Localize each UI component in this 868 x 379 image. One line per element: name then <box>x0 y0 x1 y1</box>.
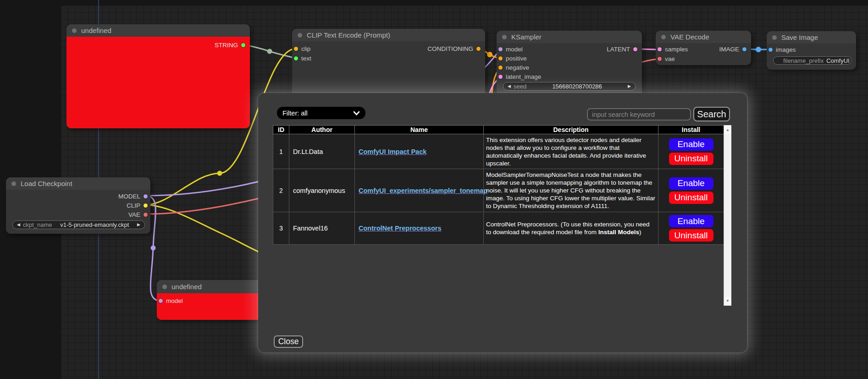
port-label: clip <box>301 45 310 52</box>
port-dot[interactable] <box>159 299 163 303</box>
port-label: LATENT <box>607 46 630 53</box>
extension-description: ModelSamplerTonemapNoiseTest a node that… <box>484 169 658 212</box>
collapse-dot-icon[interactable] <box>661 35 666 39</box>
node-clip-text-encode[interactable]: CLIP Text Encode (Prompt) clip text COND… <box>292 29 485 98</box>
output-port: CONDITIONING <box>426 44 482 54</box>
extension-id: 2 <box>273 169 289 212</box>
node-undefined-top[interactable]: undefined STRING <box>66 24 250 128</box>
node-body: clip text CONDITIONING <box>292 41 485 63</box>
node-title-bar[interactable]: VAE Decode <box>656 31 751 43</box>
collapse-dot-icon[interactable] <box>11 181 16 186</box>
extension-description: ControlNet Preprocessors. (To use this e… <box>484 212 658 245</box>
enable-button[interactable]: Enable <box>669 215 713 227</box>
node-title: KSampler <box>511 33 542 41</box>
port-label: CONDITIONING <box>427 45 473 52</box>
port-dot[interactable] <box>241 43 245 47</box>
node-body: STRING <box>66 37 250 128</box>
uninstall-button[interactable]: Uninstall <box>669 192 713 204</box>
chevron-down-icon <box>353 111 360 115</box>
node-title: undefined <box>81 27 111 34</box>
port-dot[interactable] <box>633 47 637 51</box>
extension-link[interactable]: ComfyUI Impact Pack <box>359 148 426 155</box>
port-dot[interactable] <box>658 47 662 51</box>
port-label: VAE <box>128 211 140 218</box>
node-title-bar[interactable]: undefined <box>66 24 250 37</box>
output-port: MODEL <box>6 192 150 201</box>
column-header-id: ID <box>273 126 289 134</box>
install-cell: Enable Uninstall <box>658 212 724 245</box>
description-bold-text: Install Models <box>598 229 639 236</box>
extension-author: comfyanonymous <box>289 169 355 212</box>
extension-author: Fannovel16 <box>289 212 355 245</box>
extensions-table-container[interactable]: ID Author Name Description Install 1 Dr.… <box>273 125 731 306</box>
input-port: images <box>767 45 856 55</box>
node-title-bar[interactable]: KSampler <box>497 31 642 43</box>
node-title-bar[interactable]: CLIP Text Encode (Prompt) <box>292 29 485 41</box>
uninstall-button[interactable]: Uninstall <box>669 153 713 165</box>
port-label: STRING <box>215 42 238 49</box>
ckpt-name-widget[interactable]: ◀ ckpt_name v1-5-pruned-emaonly.ckpt ▶ <box>12 220 145 229</box>
port-dot[interactable] <box>294 56 298 60</box>
port-dot[interactable] <box>658 57 662 61</box>
table-row: 1 Dr.Lt.Data ComfyUI Impact Pack This ex… <box>273 134 724 169</box>
node-load-checkpoint[interactable]: Load Checkpoint MODEL CLIP VAE ◀ ckpt_na… <box>6 177 150 234</box>
seed-widget[interactable]: ◀ seed 156680208700286 ▶ <box>503 82 636 91</box>
widget-value: 156680208700286 <box>529 83 625 90</box>
port-dot[interactable] <box>144 194 148 198</box>
column-header-name: Name <box>355 126 484 134</box>
extension-id: 1 <box>273 134 289 169</box>
port-dot[interactable] <box>294 47 298 51</box>
output-port: IMAGE <box>717 44 748 54</box>
port-label: images <box>776 46 796 53</box>
extension-author: Dr.Lt.Data <box>289 134 355 169</box>
filename-prefix-widget[interactable]: filename_prefix ComfyUI <box>773 56 851 65</box>
node-vae-decode[interactable]: VAE Decode samples vae IMAGE <box>656 31 751 65</box>
port-dot[interactable] <box>144 213 148 217</box>
node-title-bar[interactable]: Load Checkpoint <box>6 177 150 190</box>
port-dot[interactable] <box>498 66 503 70</box>
port-dot[interactable] <box>768 48 773 52</box>
next-arrow-icon[interactable]: ▶ <box>137 223 140 227</box>
enable-button[interactable]: Enable <box>669 138 713 151</box>
extension-link[interactable]: ComfyUI_experiments/sampler_tonemap <box>359 187 487 194</box>
table-row: 2 comfyanonymous ComfyUI_experiments/sam… <box>273 169 724 212</box>
port-dot[interactable] <box>498 47 503 51</box>
prev-arrow-icon[interactable]: ◀ <box>508 84 511 88</box>
scroll-up-icon[interactable]: ▲ <box>724 126 731 134</box>
search-input[interactable] <box>587 108 691 121</box>
collapse-dot-icon[interactable] <box>772 35 777 40</box>
node-save-image[interactable]: Save Image images filename_prefix ComfyU… <box>767 31 856 70</box>
prev-arrow-icon[interactable]: ◀ <box>17 223 20 227</box>
collapse-dot-icon[interactable] <box>72 28 77 33</box>
port-dot[interactable] <box>498 56 503 60</box>
collapse-dot-icon[interactable] <box>162 285 167 289</box>
output-port: CLIP <box>6 201 150 210</box>
input-port: latent_image <box>497 72 642 81</box>
comfyui-canvas[interactable]: undefined STRING CLIP Text Encode (Promp… <box>0 0 868 379</box>
extension-link[interactable]: ControlNet Preprocessors <box>359 225 442 232</box>
port-label: MODEL <box>118 193 140 200</box>
table-scrollbar[interactable]: ▲ ▼ <box>724 125 731 306</box>
search-button[interactable]: Search <box>693 107 730 121</box>
filter-select[interactable]: Filter: all <box>277 107 365 119</box>
next-arrow-icon[interactable]: ▶ <box>628 84 631 88</box>
input-port: positive <box>497 54 642 63</box>
port-dot[interactable] <box>144 203 148 208</box>
node-title: Save Image <box>781 33 818 41</box>
close-button[interactable]: Close <box>274 335 303 348</box>
output-port: LATENT <box>605 44 639 54</box>
uninstall-button[interactable]: Uninstall <box>669 229 713 242</box>
node-title: Load Checkpoint <box>21 180 72 187</box>
collapse-dot-icon[interactable] <box>298 33 302 38</box>
node-ksampler[interactable]: KSampler model positive negative latent_… <box>497 31 642 101</box>
node-body: images filename_prefix ComfyUI <box>767 44 856 55</box>
collapse-dot-icon[interactable] <box>502 35 507 39</box>
scroll-down-icon[interactable]: ▼ <box>724 297 731 305</box>
output-port: STRING <box>213 40 247 50</box>
port-dot[interactable] <box>498 75 503 79</box>
port-dot[interactable] <box>742 47 746 51</box>
enable-button[interactable]: Enable <box>669 177 713 190</box>
port-dot[interactable] <box>476 47 481 51</box>
port-label: positive <box>506 55 527 62</box>
node-title-bar[interactable]: Save Image <box>767 31 856 44</box>
